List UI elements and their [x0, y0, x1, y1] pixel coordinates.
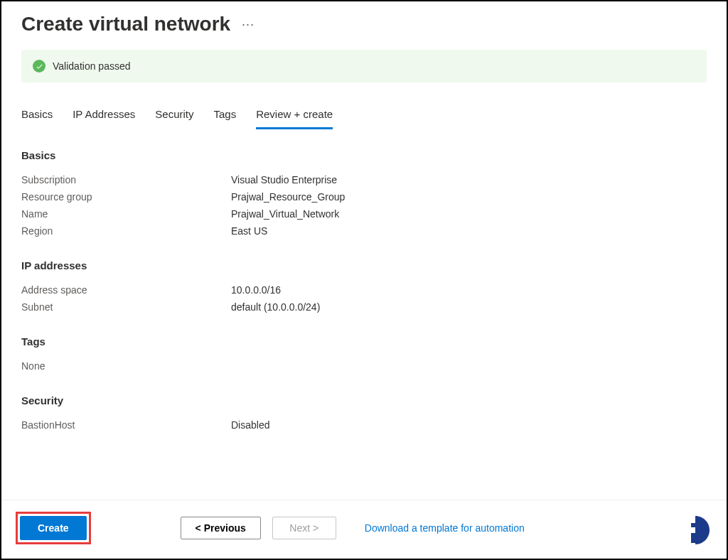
label-resource-group: Resource group	[21, 191, 231, 203]
value-subscription: Visual Studio Enterprise	[231, 174, 337, 185]
checkmark-icon	[33, 60, 46, 72]
value-address-space: 10.0.0.0/16	[231, 284, 281, 296]
table-row: Region East US	[21, 225, 707, 237]
label-region: Region	[21, 225, 231, 237]
svg-rect-0	[691, 523, 695, 527]
section-title-basics: Basics	[21, 149, 707, 161]
section-tags: Tags None	[21, 335, 707, 372]
create-button[interactable]: Create	[20, 516, 87, 540]
label-subscription: Subscription	[21, 174, 231, 185]
section-ip-addresses: IP addresses Address space 10.0.0.0/16 S…	[21, 259, 707, 313]
label-name: Name	[21, 208, 231, 220]
next-button: Next >	[272, 517, 336, 539]
download-template-link[interactable]: Download a template for automation	[365, 522, 525, 534]
wizard-footer: Create < Previous Next > Download a temp…	[1, 500, 727, 559]
svg-rect-1	[691, 533, 695, 543]
validation-banner: Validation passed	[21, 50, 707, 82]
section-title-security: Security	[21, 394, 707, 406]
table-row: Subscription Visual Studio Enterprise	[21, 174, 707, 185]
tags-none: None	[21, 360, 707, 372]
tab-security[interactable]: Security	[155, 108, 193, 129]
label-subnet: Subnet	[21, 301, 231, 313]
value-subnet: default (10.0.0.0/24)	[231, 301, 320, 313]
brand-logo	[678, 513, 712, 547]
section-title-ip: IP addresses	[21, 259, 707, 271]
table-row: BastionHost Disabled	[21, 419, 707, 431]
validation-text: Validation passed	[53, 60, 130, 72]
table-row: Subnet default (10.0.0.0/24)	[21, 301, 707, 313]
tab-ip-addresses[interactable]: IP Addresses	[73, 108, 135, 129]
page-header: Create virtual network ···	[1, 1, 727, 41]
table-row: Resource group Prajwal_Resource_Group	[21, 191, 707, 203]
wizard-tabs: Basics IP Addresses Security Tags Review…	[1, 108, 727, 129]
section-basics: Basics Subscription Visual Studio Enterp…	[21, 149, 707, 237]
label-address-space: Address space	[21, 284, 231, 296]
table-row: Address space 10.0.0.0/16	[21, 284, 707, 296]
page-title: Create virtual network	[21, 13, 230, 36]
previous-button[interactable]: < Previous	[181, 517, 261, 539]
tab-tags[interactable]: Tags	[214, 108, 237, 129]
section-security: Security BastionHost Disabled	[21, 394, 707, 431]
value-bastion-host: Disabled	[231, 419, 269, 431]
table-row: Name Prajwal_Virtual_Network	[21, 208, 707, 220]
more-icon[interactable]: ···	[242, 17, 255, 32]
tab-basics[interactable]: Basics	[21, 108, 53, 129]
label-bastion-host: BastionHost	[21, 419, 231, 431]
value-region: East US	[231, 225, 267, 237]
tab-review-create[interactable]: Review + create	[256, 108, 333, 129]
value-name: Prajwal_Virtual_Network	[231, 208, 339, 220]
section-title-tags: Tags	[21, 335, 707, 348]
create-button-highlight: Create	[16, 512, 91, 544]
value-resource-group: Prajwal_Resource_Group	[231, 191, 345, 203]
review-content: Basics Subscription Visual Studio Enterp…	[1, 149, 727, 483]
